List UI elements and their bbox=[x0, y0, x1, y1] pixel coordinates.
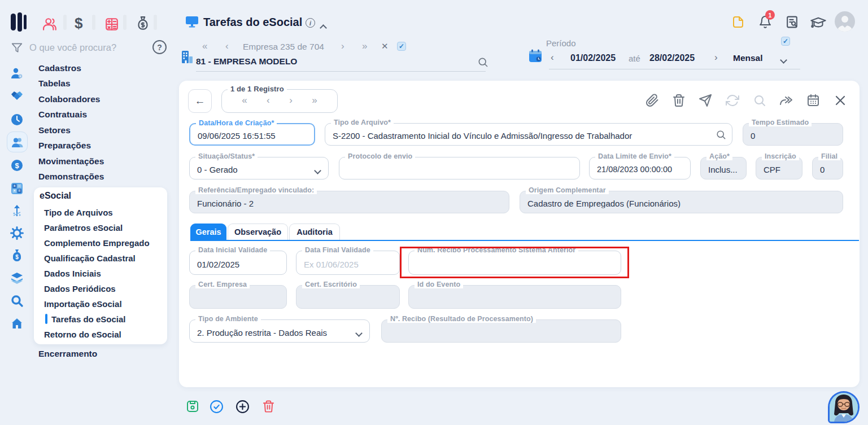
attachment-paperclip-icon[interactable] bbox=[645, 94, 659, 107]
layers-icon[interactable] bbox=[10, 271, 24, 285]
sidebar-item-contratuais[interactable]: Contratuais bbox=[38, 109, 87, 120]
period-next-button[interactable]: › bbox=[714, 52, 718, 63]
record-last-button[interactable]: » bbox=[312, 95, 317, 106]
training-graduation-cap-icon[interactable] bbox=[810, 16, 827, 30]
person-settings-icon[interactable] bbox=[10, 67, 24, 80]
delete-trash-icon[interactable] bbox=[672, 94, 686, 107]
sidebar-item-dados-iniciais[interactable]: Dados Iniciais bbox=[44, 269, 101, 278]
delete-record-button[interactable] bbox=[262, 400, 275, 413]
field-data-limite-envio[interactable]: Data Limite de Envio* 21/08/2023 00:00:0… bbox=[589, 157, 691, 179]
record-nav-legend: 1 de 1 Registro bbox=[228, 85, 287, 93]
field-situacao-status[interactable]: Situação/Status* 0 - Gerado bbox=[189, 157, 329, 179]
user-avatar[interactable] bbox=[835, 11, 855, 32]
sidebar-item-setores[interactable]: Setores bbox=[38, 125, 71, 135]
field-value: Funcionário - 2 bbox=[197, 199, 503, 208]
company-first-button[interactable]: « bbox=[202, 41, 207, 52]
company-next-button[interactable]: › bbox=[341, 41, 344, 52]
field-protocolo-envio[interactable]: Protocolo de envio bbox=[339, 157, 580, 179]
clock-icon[interactable] bbox=[10, 113, 24, 126]
save-button[interactable] bbox=[186, 400, 199, 413]
sidebar-item-qualificacao-cadastral[interactable]: Qualificação Cadastral bbox=[44, 253, 136, 263]
back-button[interactable]: ← bbox=[188, 89, 212, 113]
field-label: Inscrição bbox=[762, 152, 799, 160]
notes-icon[interactable] bbox=[731, 15, 745, 29]
growth-arrow-icon[interactable] bbox=[10, 204, 24, 217]
close-record-icon[interactable] bbox=[834, 94, 847, 107]
svg-text:×: × bbox=[14, 189, 16, 192]
sidebar-item-dados-periodicos[interactable]: Dados Periódicos bbox=[44, 284, 116, 293]
sidebar-search-input[interactable]: O que você procura? bbox=[29, 42, 142, 53]
help-icon[interactable]: ? bbox=[152, 40, 167, 54]
tipo-arquivo-search-icon[interactable] bbox=[716, 129, 726, 140]
monitor-icon bbox=[185, 16, 199, 28]
record-next-button[interactable]: › bbox=[289, 95, 293, 106]
home-icon[interactable] bbox=[10, 317, 24, 330]
notifications-bell-icon[interactable]: 1 bbox=[758, 15, 774, 30]
period-checkbox[interactable]: ✓ bbox=[781, 37, 790, 46]
calculator-module-icon[interactable] bbox=[104, 17, 119, 32]
tab-observacao[interactable]: Observação bbox=[228, 224, 288, 240]
sidebar-item-tipo-de-arquivos[interactable]: Tipo de Arquivos bbox=[44, 208, 113, 217]
field-num-recibo-anterior[interactable]: Num. Recibo Processamento Sistema Anteri… bbox=[408, 251, 621, 275]
sidebar-item-complemento-empregado[interactable]: Complemento Empregado bbox=[44, 238, 150, 248]
field-tipo-ambiente[interactable]: Tipo de Ambiente 2. Produção restrita - … bbox=[189, 319, 370, 343]
situacao-chevron-icon[interactable] bbox=[315, 165, 320, 176]
tipo-ambiente-chevron-icon[interactable] bbox=[356, 328, 361, 338]
sidebar-item-cadastros[interactable]: Cadastros bbox=[38, 63, 81, 73]
hr-people-module-icon[interactable] bbox=[43, 17, 58, 32]
search-rail-icon[interactable] bbox=[10, 294, 24, 308]
period-mode-chevron-icon[interactable] bbox=[781, 55, 786, 65]
tab-gerais[interactable]: Gerais bbox=[190, 224, 226, 240]
company-prev-button[interactable]: ‹ bbox=[225, 41, 229, 52]
dollar-circle-icon[interactable]: $ bbox=[10, 159, 24, 172]
gear-icon[interactable] bbox=[10, 226, 24, 240]
field-value: 0 bbox=[751, 131, 837, 141]
filter-icon[interactable] bbox=[11, 42, 23, 53]
sidebar-item-colaboradores[interactable]: Colaboradores bbox=[38, 94, 100, 104]
handshake-icon[interactable] bbox=[10, 89, 24, 102]
topbar-divider bbox=[92, 15, 95, 30]
company-last-button[interactable]: » bbox=[362, 41, 367, 52]
document-search-icon[interactable] bbox=[785, 15, 799, 29]
sidebar-item-tabelas[interactable]: Tabelas bbox=[38, 78, 71, 89]
field-data-final-validade[interactable]: Data Final Validade Ex 01/06/2025 bbox=[296, 251, 400, 275]
company-clear-button[interactable]: ✕ bbox=[381, 41, 389, 51]
tab-auditoria[interactable]: Auditoria bbox=[289, 224, 340, 240]
search-record-icon[interactable] bbox=[753, 94, 766, 107]
money-bag-module-icon[interactable] bbox=[136, 16, 150, 32]
sidebar-item-tarefas-do-esocial[interactable]: Tarefas do eSocial bbox=[51, 314, 125, 324]
sidebar-item-encerramento[interactable]: Encerramento bbox=[38, 349, 97, 359]
sidebar-item-parametros-esocial[interactable]: Parâmetros eSocial bbox=[44, 223, 123, 233]
add-record-button[interactable] bbox=[235, 400, 250, 414]
assistant-avatar[interactable] bbox=[828, 391, 860, 423]
sidebar-group-esocial[interactable]: eSocial bbox=[40, 191, 71, 201]
info-icon[interactable]: i bbox=[306, 18, 315, 28]
forward-share-icon[interactable] bbox=[779, 94, 793, 107]
people-active-icon[interactable] bbox=[7, 132, 28, 152]
sidebar-item-retorno-do-esocial[interactable]: Retorno do eSocial bbox=[44, 330, 121, 339]
field-data-inicial-validade[interactable]: Data Inicial Validade 01/02/2025 bbox=[189, 251, 287, 275]
record-prev-button[interactable]: ‹ bbox=[267, 95, 270, 106]
field-data-hora-criacao[interactable]: Data/Hora de Criação* 09/06/2025 16:51:5… bbox=[189, 123, 315, 146]
field-tipo-arquivo[interactable]: Tipo de Arquivo* S-2200 - Cadastramento … bbox=[325, 123, 732, 146]
period-end-date[interactable]: 28/02/2025 bbox=[649, 53, 695, 63]
sidebar-item-importacao-esocial[interactable]: Importação eSocial bbox=[44, 299, 122, 309]
sidebar-item-movimentacoes[interactable]: Movimentações bbox=[38, 156, 104, 167]
send-icon[interactable] bbox=[699, 94, 712, 107]
finance-module-icon[interactable]: $ bbox=[75, 15, 82, 32]
confirm-button[interactable] bbox=[210, 400, 224, 414]
company-checkbox[interactable]: ✓ bbox=[397, 42, 406, 51]
period-start-date[interactable]: 01/02/2025 bbox=[570, 53, 616, 63]
company-search-icon[interactable] bbox=[477, 56, 488, 68]
company-name[interactable]: 81 - EMPRESA MODELO bbox=[196, 56, 297, 67]
money-bag-rail-icon[interactable]: $ bbox=[10, 249, 24, 262]
sidebar-item-preparacoes[interactable]: Preparações bbox=[38, 141, 91, 151]
period-prev-button[interactable]: ‹ bbox=[551, 52, 554, 63]
refresh-icon[interactable] bbox=[726, 94, 739, 107]
sidebar-item-demonstracoes[interactable]: Demonstrações bbox=[38, 172, 104, 182]
calendar-icon[interactable] bbox=[806, 94, 820, 107]
calculator-rail-icon[interactable]: +−×= bbox=[10, 182, 24, 195]
period-mode-select[interactable]: Mensal bbox=[733, 53, 763, 63]
collapse-header-chevron-icon[interactable] bbox=[321, 23, 326, 33]
record-first-button[interactable]: « bbox=[242, 95, 247, 106]
